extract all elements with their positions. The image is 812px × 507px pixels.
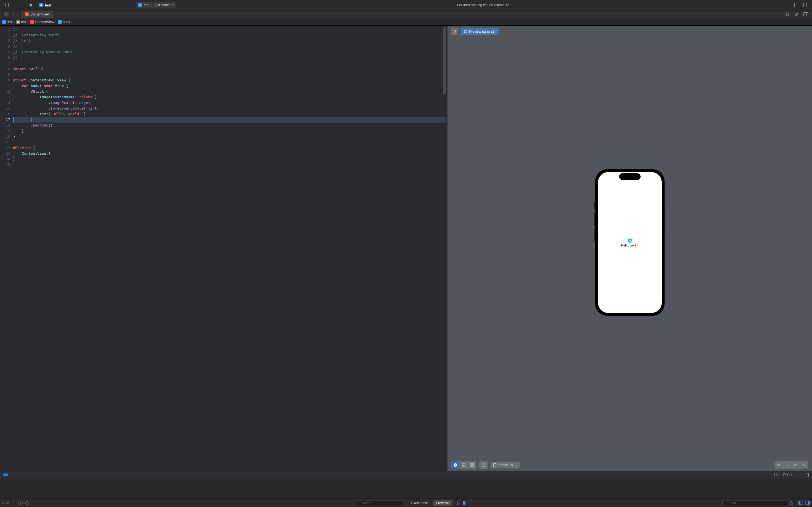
dynamic-island xyxy=(619,173,641,180)
svg-rect-24 xyxy=(470,463,472,464)
preview-device-label: iPhone 15 xyxy=(498,463,513,467)
target-device: iPhone 15 xyxy=(158,3,173,7)
svg-rect-15 xyxy=(797,13,798,13)
info-icon[interactable] xyxy=(25,501,29,505)
zoom-in-button[interactable] xyxy=(800,461,808,469)
auto-selector[interactable]: Auto ⌄ xyxy=(2,501,12,505)
metadata-icon[interactable] xyxy=(462,501,466,505)
zoom-fit-button[interactable] xyxy=(792,461,800,469)
zoom-out-button[interactable] xyxy=(774,461,783,469)
property-icon: P xyxy=(58,20,62,24)
svg-point-47 xyxy=(18,502,22,504)
adjust-editor-options-button[interactable] xyxy=(793,11,801,18)
svg-line-33 xyxy=(779,466,780,467)
breadcrumb-item[interactable]: test xyxy=(21,20,27,24)
globe-icon: 🌐 xyxy=(627,238,632,243)
preview-text: Hello, world! xyxy=(621,244,638,247)
panel-right-button[interactable] xyxy=(805,501,810,505)
code-area[interactable]: //// ContentView.swift// test//// Create… xyxy=(12,25,447,471)
eye-icon[interactable] xyxy=(455,501,460,505)
zoom-actual-button[interactable]: 1 xyxy=(783,461,792,469)
tab-bar: ‹ › ✦ ContentView xyxy=(0,10,812,18)
svg-point-48 xyxy=(20,503,21,504)
toggle-canvas-button[interactable] xyxy=(802,11,810,18)
swift-file-icon: ✦ xyxy=(30,20,34,24)
run-button[interactable] xyxy=(27,2,35,8)
svg-rect-28 xyxy=(482,464,485,466)
svg-rect-16 xyxy=(796,14,797,15)
editor-status-bar: Line: 17 Col: 1 | xyxy=(0,471,812,479)
device-screen[interactable]: 🌐 Hello, world! xyxy=(598,172,662,313)
related-items-button[interactable] xyxy=(3,11,10,18)
swift-file-icon: ✦ xyxy=(25,12,29,16)
filter-placeholder: Filter xyxy=(729,501,737,505)
canvas-stage[interactable]: 🌐 Hello, world! xyxy=(448,25,812,459)
editor-scrollbar[interactable] xyxy=(443,25,447,471)
preview-icon xyxy=(464,30,467,33)
preview-canvas: Preview (Line 22) 🌐 Hello, world! xyxy=(447,25,812,471)
nav-forward-button[interactable]: › xyxy=(17,12,18,16)
side-button-icon xyxy=(594,202,595,210)
pin-preview-button[interactable] xyxy=(451,28,459,35)
device-settings-button[interactable] xyxy=(479,461,488,469)
breadcrumb: A test › 📁 test › ✦ ContentView › P body xyxy=(0,18,812,25)
console-view[interactable]: Executable Previews Filter | xyxy=(406,479,812,507)
preview-device-selector[interactable]: iPhone 15 ⌄ xyxy=(490,461,520,469)
iphone-icon xyxy=(154,3,156,7)
nav-back-button[interactable]: ‹ xyxy=(13,12,14,16)
preview-mode-group xyxy=(451,461,477,469)
library-button[interactable] xyxy=(802,2,810,8)
svg-point-56 xyxy=(457,503,458,504)
side-button-icon xyxy=(594,213,595,226)
svg-rect-3 xyxy=(154,3,156,7)
panel-left-button[interactable] xyxy=(799,501,803,505)
zoom-group: 1 xyxy=(774,461,809,469)
refresh-canvas-button[interactable] xyxy=(784,11,792,18)
debug-area: Auto ⌄ | Filter Executable Previews Filt… xyxy=(0,479,812,507)
sidebar-toggle-left-button[interactable] xyxy=(2,2,10,8)
app-icon: A xyxy=(138,3,142,7)
variants-button[interactable] xyxy=(468,461,476,469)
svg-rect-27 xyxy=(472,465,474,466)
variables-view[interactable]: Auto ⌄ | Filter xyxy=(0,479,406,507)
svg-line-39 xyxy=(796,466,797,467)
tab-label: ContentView xyxy=(31,12,50,16)
scheme-selector[interactable]: A test xyxy=(39,3,51,7)
svg-point-55 xyxy=(455,502,460,504)
add-button[interactable] xyxy=(791,2,799,8)
svg-rect-20 xyxy=(464,31,467,33)
status-badge[interactable] xyxy=(3,473,8,476)
filter-icon xyxy=(358,501,361,504)
svg-rect-69 xyxy=(808,501,810,505)
project-icon: A xyxy=(2,20,6,24)
executable-tab[interactable]: Executable xyxy=(409,500,431,506)
side-button-icon xyxy=(665,212,665,231)
breadcrumb-item[interactable]: body xyxy=(63,20,70,24)
console-filter-input[interactable]: Filter xyxy=(722,500,787,506)
device-frame: 🌐 Hello, world! xyxy=(595,169,665,316)
tab-contentview[interactable]: ✦ ContentView xyxy=(21,10,54,18)
breadcrumb-item[interactable]: test xyxy=(7,20,13,24)
minimap-toggle-icon[interactable] xyxy=(805,473,809,477)
chevron-down-icon: ⌄ xyxy=(515,464,517,466)
trash-icon[interactable] xyxy=(790,501,793,505)
svg-rect-11 xyxy=(7,15,8,16)
svg-rect-10 xyxy=(5,15,6,16)
variables-filter-input[interactable]: Filter xyxy=(356,500,404,506)
svg-rect-9 xyxy=(7,13,8,14)
code-editor[interactable]: 1234567891011121314151617181920212223242… xyxy=(0,25,447,471)
breadcrumb-item[interactable]: ContentView xyxy=(35,20,54,24)
preview-chip[interactable]: Preview (Line 22) xyxy=(461,28,499,35)
iphone-icon xyxy=(493,463,496,467)
svg-text:1: 1 xyxy=(786,464,788,466)
chevron-right-icon: › xyxy=(14,20,15,24)
selectable-preview-button[interactable] xyxy=(460,461,468,469)
run-destination-selector[interactable]: A test › iPhone 15 xyxy=(136,2,175,8)
canvas-toolbar: iPhone 15 ⌄ 1 xyxy=(448,459,812,471)
live-preview-button[interactable] xyxy=(451,461,460,469)
previews-tab[interactable]: Previews xyxy=(433,500,453,506)
side-button-icon xyxy=(594,228,595,241)
scheme-name: test xyxy=(45,3,51,7)
eye-icon[interactable] xyxy=(18,501,23,505)
svg-rect-0 xyxy=(4,3,9,7)
